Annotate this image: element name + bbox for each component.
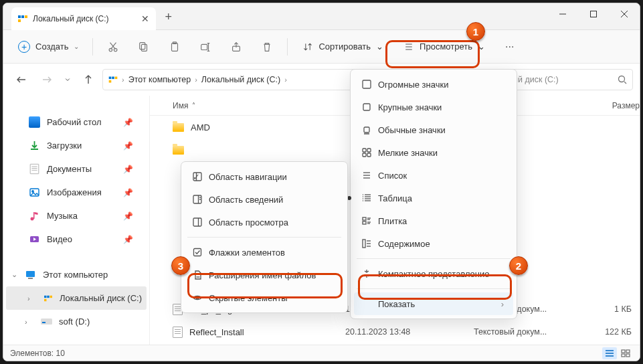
- close-button[interactable]: [609, 3, 640, 25]
- delete-button[interactable]: [254, 35, 280, 58]
- col-name[interactable]: Имя ˄: [173, 101, 345, 110]
- svg-rect-75: [194, 249, 201, 256]
- pin-icon: 📌: [123, 188, 133, 197]
- recent-button[interactable]: [61, 68, 74, 91]
- sidebar-item-videos[interactable]: Видео📌: [3, 227, 149, 251]
- sidebar-item-soft[interactable]: ›soft (D:): [3, 310, 149, 333]
- view-label: Просмотреть: [420, 41, 472, 52]
- tab-active[interactable]: Локальный диск (C:) ✕: [11, 7, 156, 30]
- share-button[interactable]: [223, 35, 250, 58]
- svg-rect-40: [364, 127, 369, 132]
- chevron-right-icon[interactable]: ›: [25, 318, 27, 326]
- search-input[interactable]: ый диск (C:): [506, 69, 633, 90]
- chevron-down-icon: ⌄: [74, 43, 79, 50]
- hidden-icon: [191, 292, 203, 304]
- status-count: Элементов: 10: [10, 349, 65, 358]
- menu-file-extensions[interactable]: Расширения имен файлов: [185, 264, 344, 286]
- pin-icon: 📌: [123, 235, 133, 244]
- svg-rect-25: [33, 212, 35, 219]
- menu-tiles[interactable]: Плитка: [354, 209, 513, 232]
- menu-item-checkboxes[interactable]: Флажки элементов: [185, 241, 344, 264]
- up-button[interactable]: [77, 68, 100, 91]
- svg-rect-73: [193, 218, 201, 226]
- chevron-right-icon[interactable]: ›: [27, 294, 30, 302]
- sidebar-item-pictures[interactable]: Изображения📌: [3, 181, 149, 204]
- svg-rect-45: [367, 153, 371, 157]
- menu-hidden-items[interactable]: Скрытые элементы: [185, 286, 344, 309]
- forward-button[interactable]: [35, 68, 58, 91]
- icons-view-button[interactable]: [618, 347, 633, 359]
- sidebar-item-thispc[interactable]: ⌄Этот компьютер: [3, 263, 149, 286]
- close-tab-icon[interactable]: ✕: [141, 13, 149, 24]
- rename-button[interactable]: [192, 35, 219, 58]
- cut-button[interactable]: [100, 35, 126, 58]
- svg-rect-38: [363, 80, 371, 88]
- large-icon: [361, 101, 373, 113]
- chevron-right-icon: ›: [488, 299, 504, 309]
- compact-icon: [361, 268, 373, 280]
- menu-navigation-pane[interactable]: ✓Область навигации: [185, 165, 344, 188]
- pin-icon: 📌: [123, 141, 133, 151]
- search-icon: [618, 75, 627, 84]
- svg-rect-36: [622, 354, 625, 357]
- menu-compact[interactable]: Компактное представление: [354, 262, 513, 285]
- table-row[interactable]: Reflect_Install20.11.2023 13:48Текстовый…: [150, 321, 640, 343]
- svg-rect-9: [140, 42, 145, 49]
- menu-show[interactable]: Показать›: [354, 292, 513, 315]
- maximize-button[interactable]: [578, 3, 609, 25]
- checkboxes-icon: [191, 246, 203, 258]
- sidebar-item-documents[interactable]: Документы📌: [3, 157, 149, 181]
- more-button[interactable]: ···: [497, 41, 522, 53]
- menu-large-icons[interactable]: Крупные значки: [354, 96, 513, 118]
- svg-point-20: [619, 76, 625, 82]
- menu-normal-icons[interactable]: Обычные значки: [354, 118, 513, 141]
- documents-icon: [29, 163, 40, 175]
- drive-icon: [18, 15, 27, 22]
- col-size[interactable]: Размер: [600, 101, 640, 110]
- details-view-button[interactable]: [602, 347, 617, 359]
- file-icon: [173, 327, 183, 338]
- sidebar-item-desktop[interactable]: Рабочий стол📌: [3, 110, 149, 134]
- svg-point-77: [196, 296, 199, 299]
- paste-button[interactable]: [161, 35, 188, 58]
- svg-rect-30: [42, 322, 45, 323]
- chevron-down-icon[interactable]: ⌄: [11, 270, 17, 279]
- copy-button[interactable]: [130, 35, 157, 58]
- sidebar-item-downloads[interactable]: Загрузки📌: [3, 134, 149, 157]
- extensions-icon: [191, 269, 203, 281]
- create-button[interactable]: + Создать ⌄: [11, 35, 86, 58]
- menu-list[interactable]: Список: [354, 164, 513, 187]
- menu-contents[interactable]: Содержимое: [354, 232, 513, 255]
- view-button[interactable]: Просмотреть ⌄: [395, 35, 493, 58]
- back-button[interactable]: [10, 68, 33, 91]
- pin-icon: 📌: [123, 165, 133, 174]
- pc-icon: [25, 269, 36, 280]
- breadcrumb-thispc[interactable]: Этот компьютер: [128, 75, 191, 84]
- minimize-button[interactable]: [547, 3, 578, 25]
- menu-small-icons[interactable]: Мелкие значки: [354, 141, 513, 164]
- table-icon: [361, 192, 373, 204]
- navpane-icon: [191, 171, 203, 183]
- explorer-window: Локальный диск (C:) ✕ + + Создать ⌄ Сорт…: [3, 3, 640, 361]
- pictures-icon: [29, 187, 40, 198]
- sidebar-item-cdrive[interactable]: ›Локальный диск (C:): [6, 286, 147, 310]
- chevron-down-icon: ⌄: [478, 41, 485, 52]
- svg-rect-28: [28, 278, 33, 279]
- sidebar-item-music[interactable]: Музыка📌: [3, 204, 149, 227]
- svg-rect-63: [363, 240, 365, 248]
- new-tab-button[interactable]: +: [165, 10, 173, 24]
- svg-rect-29: [41, 318, 52, 325]
- svg-point-23: [32, 191, 33, 192]
- menu-table[interactable]: Таблица: [354, 187, 513, 209]
- desktop-icon: [29, 116, 40, 128]
- breadcrumb-cdrive[interactable]: Локальный диск (C:): [201, 75, 280, 84]
- navbar: › Этот компьютер › Локальный диск (C:) ›…: [3, 64, 640, 96]
- svg-rect-8: [142, 44, 147, 51]
- normal-icon: [361, 124, 373, 136]
- menu-preview-pane[interactable]: Область просмотра: [185, 211, 344, 234]
- sort-button[interactable]: Сортировать ⌄: [294, 35, 391, 58]
- menu-xlarge-icons[interactable]: Огромные значки: [354, 73, 513, 96]
- drive-icon: [44, 295, 52, 301]
- svg-rect-58: [363, 221, 366, 224]
- menu-details-pane[interactable]: Область сведений: [185, 188, 344, 211]
